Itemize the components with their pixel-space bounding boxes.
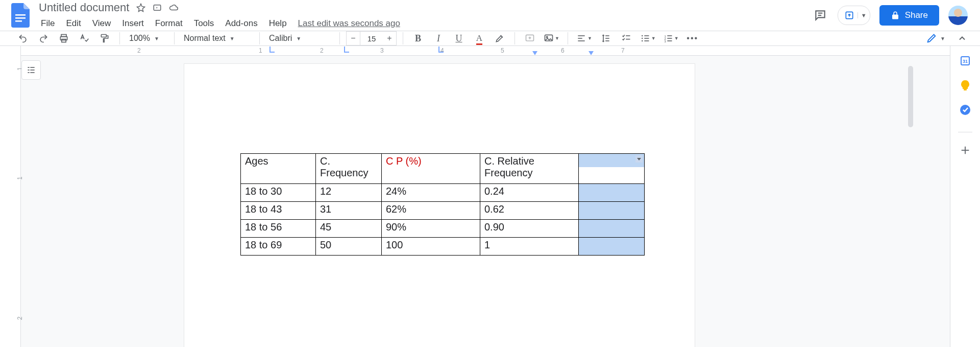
vertical-ruler[interactable]: 1 1 2 bbox=[0, 46, 21, 347]
keep-addon-icon[interactable] bbox=[959, 79, 972, 92]
menu-help[interactable]: Help bbox=[264, 16, 292, 31]
menu-format[interactable]: Format bbox=[150, 16, 188, 31]
menu-edit[interactable]: Edit bbox=[61, 16, 86, 31]
horizontal-ruler[interactable]: 2 1 2 3 4 5 6 7 bbox=[21, 46, 950, 56]
tasks-addon-icon[interactable] bbox=[959, 103, 972, 117]
docs-logo-icon[interactable] bbox=[10, 5, 31, 26]
svg-text:3: 3 bbox=[664, 40, 666, 43]
checklist-button[interactable] bbox=[618, 31, 635, 45]
open-comments-button[interactable] bbox=[812, 7, 828, 24]
paragraph-style-dropdown[interactable]: Normal text▼ bbox=[181, 34, 253, 43]
svg-point-26 bbox=[642, 40, 643, 42]
svg-point-13 bbox=[546, 36, 548, 38]
star-icon[interactable] bbox=[136, 3, 145, 12]
menu-tools[interactable]: Tools bbox=[189, 16, 219, 31]
highlight-button[interactable] bbox=[491, 31, 508, 45]
svg-rect-1 bbox=[15, 17, 26, 19]
th-cfreq[interactable]: C. Frequency bbox=[316, 154, 382, 184]
title-bar: Untitled document File Edit View Insert … bbox=[0, 0, 980, 31]
insert-link-button[interactable] bbox=[521, 31, 538, 45]
freq-table[interactable]: Ages C. Frequency C P (%) C. Relative Fr… bbox=[240, 153, 645, 256]
svg-rect-43 bbox=[964, 89, 967, 90]
doc-area: 2 1 2 3 4 5 6 7 bbox=[21, 46, 950, 347]
numbered-list-button[interactable]: 123▼ bbox=[661, 31, 681, 45]
right-indent-marker[interactable] bbox=[589, 51, 594, 55]
present-button[interactable]: ▼ bbox=[838, 6, 870, 25]
present-chevron-icon: ▼ bbox=[857, 12, 867, 18]
undo-button[interactable] bbox=[14, 31, 32, 45]
menu-bar: File Edit View Insert Format Tools Add-o… bbox=[36, 16, 812, 31]
svg-rect-10 bbox=[101, 35, 106, 37]
menu-insert[interactable]: Insert bbox=[117, 16, 149, 31]
menu-file[interactable]: File bbox=[36, 16, 60, 31]
menu-addons[interactable]: Add-ons bbox=[220, 16, 262, 31]
account-avatar[interactable] bbox=[948, 6, 968, 25]
tab-stop-marker[interactable] bbox=[270, 47, 275, 53]
editing-mode-button[interactable]: ▼ bbox=[926, 33, 945, 44]
table-row: 18 to 56 45 90% 0.90 bbox=[241, 220, 645, 238]
document-title[interactable]: Untitled document bbox=[36, 0, 132, 15]
print-button[interactable] bbox=[55, 31, 72, 45]
chevron-down-icon: ▼ bbox=[296, 36, 301, 41]
text-color-button[interactable]: A bbox=[471, 31, 488, 45]
toolbar: 100%▼ Normal text▼ Calibri▼ − 15 + B I U… bbox=[0, 31, 980, 46]
paint-format-button[interactable] bbox=[96, 31, 113, 45]
lock-icon bbox=[891, 11, 900, 20]
google-docs-window: Untitled document File Edit View Insert … bbox=[0, 0, 980, 347]
font-size-value[interactable]: 15 bbox=[360, 31, 383, 45]
underline-button[interactable]: U bbox=[450, 31, 468, 45]
document-canvas[interactable]: Ages C. Frequency C P (%) C. Relative Fr… bbox=[21, 56, 950, 347]
title-row: Untitled document bbox=[36, 0, 812, 15]
editor-body: 1 1 2 2 1 2 3 4 5 6 7 bbox=[0, 46, 980, 347]
toolbar-right: ▼ bbox=[926, 31, 971, 45]
th-crf[interactable]: C. Relative Frequency bbox=[480, 154, 579, 184]
svg-rect-2 bbox=[15, 20, 22, 22]
move-icon[interactable] bbox=[153, 3, 162, 12]
th-cp[interactable]: C P (%) bbox=[382, 154, 480, 184]
font-size-increase[interactable]: + bbox=[383, 31, 397, 45]
table-row: 18 to 30 12 24% 0.24 bbox=[241, 184, 645, 202]
share-label: Share bbox=[905, 10, 928, 20]
table-row: 18 to 69 50 100 1 bbox=[241, 238, 645, 256]
first-line-indent-marker[interactable] bbox=[532, 51, 537, 55]
align-button[interactable]: ▼ bbox=[574, 31, 594, 45]
redo-button[interactable] bbox=[35, 31, 52, 45]
font-dropdown[interactable]: Calibri▼ bbox=[266, 34, 333, 43]
th-extra[interactable] bbox=[579, 154, 645, 184]
bold-button[interactable]: B bbox=[409, 31, 427, 45]
svg-point-22 bbox=[642, 35, 643, 37]
chevron-down-icon: ▼ bbox=[154, 36, 159, 41]
spellcheck-button[interactable] bbox=[76, 31, 93, 45]
title-right: ▼ Share bbox=[812, 5, 980, 26]
svg-rect-0 bbox=[15, 14, 26, 16]
svg-point-24 bbox=[642, 38, 643, 39]
share-button[interactable]: Share bbox=[879, 5, 939, 26]
collapse-toolbar-button[interactable] bbox=[953, 31, 971, 45]
document-page[interactable]: Ages C. Frequency C P (%) C. Relative Fr… bbox=[184, 64, 695, 347]
cloud-status-icon[interactable] bbox=[169, 3, 178, 12]
tab-stop-marker[interactable] bbox=[438, 47, 444, 53]
table-row: 18 to 43 31 62% 0.62 bbox=[241, 202, 645, 220]
zoom-dropdown[interactable]: 100%▼ bbox=[126, 34, 168, 43]
th-ages[interactable]: Ages bbox=[241, 154, 316, 184]
add-addon-button[interactable] bbox=[959, 144, 972, 157]
menu-view[interactable]: View bbox=[87, 16, 116, 31]
italic-button[interactable]: I bbox=[430, 31, 447, 45]
insert-image-button[interactable]: ▼ bbox=[542, 31, 561, 45]
last-edit-link[interactable]: Last edit was seconds ago bbox=[298, 18, 400, 29]
line-spacing-button[interactable] bbox=[597, 31, 615, 45]
calendar-addon-icon[interactable]: 31 bbox=[959, 54, 972, 67]
title-area: Untitled document File Edit View Insert … bbox=[36, 0, 812, 31]
bulleted-list-button[interactable]: ▼ bbox=[638, 31, 658, 45]
side-panel: 31 bbox=[950, 46, 980, 347]
svg-text:31: 31 bbox=[963, 59, 968, 64]
more-button[interactable]: ••• bbox=[684, 31, 701, 45]
chevron-down-icon: ▼ bbox=[940, 36, 945, 41]
cell-options-button[interactable] bbox=[635, 155, 643, 163]
tab-stop-marker[interactable] bbox=[344, 47, 349, 53]
vertical-scrollbar[interactable] bbox=[907, 66, 913, 347]
chevron-down-icon: ▼ bbox=[230, 36, 235, 41]
font-size-decrease[interactable]: − bbox=[346, 31, 360, 45]
title-icons bbox=[136, 3, 178, 12]
scrollbar-thumb[interactable] bbox=[908, 66, 913, 127]
